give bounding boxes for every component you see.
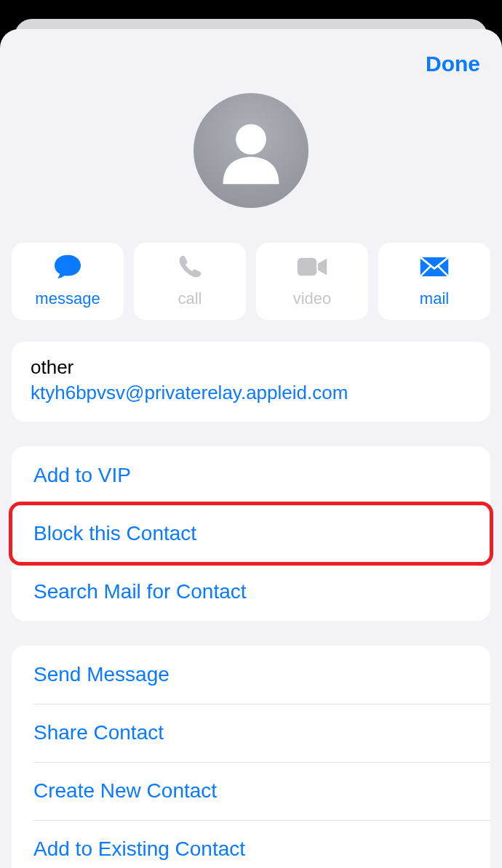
nav-bar: Done — [0, 29, 502, 99]
call-button: call — [134, 243, 246, 320]
contact-detail-sheet: Done message call — [0, 29, 502, 868]
vip-block-card: Add to VIP Block this Contact Search Mai… — [12, 446, 490, 621]
add-to-vip-row[interactable]: Add to VIP — [12, 446, 490, 505]
avatar-section — [0, 93, 502, 208]
create-new-contact-row[interactable]: Create New Contact — [12, 762, 490, 820]
email-address: ktyh6bpvsv@privaterelay.appleid.com — [31, 382, 471, 404]
video-button: video — [256, 243, 368, 320]
contact-actions-card: Send Message Share Contact Create New Co… — [12, 646, 490, 868]
svg-rect-1 — [298, 258, 316, 276]
phone-icon — [178, 254, 202, 279]
send-message-row[interactable]: Send Message — [12, 646, 490, 704]
block-contact-row[interactable]: Block this Contact — [12, 505, 490, 563]
mail-icon — [419, 254, 450, 279]
mail-button[interactable]: mail — [378, 243, 490, 320]
search-mail-row[interactable]: Search Mail for Contact — [12, 563, 490, 621]
message-button[interactable]: message — [12, 243, 124, 320]
mail-label: mail — [420, 289, 449, 308]
message-icon — [53, 254, 82, 279]
share-contact-row[interactable]: Share Contact — [12, 704, 490, 762]
call-label: call — [178, 289, 202, 308]
video-label: video — [293, 289, 332, 308]
email-card[interactable]: other ktyh6bpvsv@privaterelay.appleid.co… — [12, 342, 490, 422]
avatar-placeholder-icon — [194, 93, 308, 208]
svg-point-0 — [236, 124, 266, 155]
add-existing-contact-row[interactable]: Add to Existing Contact — [12, 820, 490, 868]
quick-action-row: message call video — [0, 243, 502, 320]
done-button[interactable]: Done — [426, 52, 480, 76]
email-type-label: other — [31, 356, 471, 379]
video-icon — [296, 254, 328, 279]
message-label: message — [35, 289, 100, 308]
